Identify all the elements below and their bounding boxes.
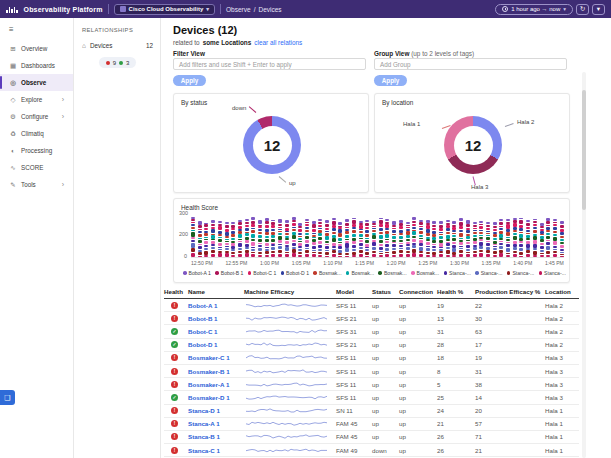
connection-cell: up bbox=[399, 315, 437, 322]
legend-item[interactable]: Bobot-B 1 bbox=[215, 270, 243, 276]
critical-health-icon: ! bbox=[171, 447, 178, 454]
legend-item[interactable]: Bosmak... bbox=[346, 270, 374, 276]
legend-item[interactable]: Bobot-D 1 bbox=[281, 270, 309, 276]
clear-relations-link[interactable]: clear all relations bbox=[254, 39, 302, 46]
feedback-button[interactable]: ❑ bbox=[0, 390, 15, 405]
stacked-bar bbox=[318, 219, 322, 257]
column-header[interactable]: Status bbox=[372, 288, 399, 295]
breadcrumb-section[interactable]: Observe bbox=[226, 6, 251, 13]
column-header[interactable]: Health % bbox=[437, 288, 475, 295]
health-pct-cell: 25 bbox=[437, 394, 475, 401]
group-placeholder: Add Group bbox=[380, 61, 410, 68]
healthy-dot-icon bbox=[119, 61, 123, 65]
sidebar-item-dashboards[interactable]: ▦Dashboards bbox=[0, 57, 73, 74]
connection-cell: up bbox=[399, 302, 437, 309]
table-header-row: HealthNameMachine EfficacyModelStatusCon… bbox=[164, 284, 579, 299]
column-header[interactable]: Machine Efficacy bbox=[244, 288, 336, 295]
group-input[interactable]: Add Group bbox=[374, 58, 567, 70]
device-name-link[interactable]: Bobot-C 1 bbox=[188, 328, 244, 335]
device-name-link[interactable]: Bosmaker-D 1 bbox=[188, 394, 244, 401]
health-pct-cell: 8 bbox=[437, 368, 475, 375]
legend-item[interactable]: Stanca-... bbox=[444, 270, 471, 276]
device-name-link[interactable]: Bosmaker-A 1 bbox=[188, 381, 244, 388]
related-prefix: related to bbox=[173, 39, 200, 46]
stacked-bar bbox=[439, 220, 443, 257]
column-header[interactable]: Production Efficacy % bbox=[475, 288, 545, 295]
legend-label: Stanca-... bbox=[481, 270, 503, 276]
connection-cell: up bbox=[399, 407, 437, 414]
stacked-bar bbox=[245, 219, 249, 257]
stacked-bar bbox=[452, 220, 456, 257]
legend-item[interactable]: Bobot-C 1 bbox=[248, 270, 276, 276]
table-row: !Stanca-A 1FAM 45upup2157Hala 1 bbox=[164, 418, 579, 431]
legend-item[interactable]: Stanca-... bbox=[507, 270, 534, 276]
sidebar-item-climatiq[interactable]: ♻Climatiq bbox=[0, 125, 73, 142]
stacked-bar bbox=[426, 219, 430, 257]
refresh-options-button[interactable]: ▾ bbox=[592, 4, 605, 15]
connection-cell: up bbox=[399, 341, 437, 348]
sidebar-item-explore[interactable]: ◇Explore› bbox=[0, 91, 73, 108]
column-header[interactable]: Health bbox=[164, 288, 188, 295]
device-name-link[interactable]: Stanca-C 1 bbox=[188, 447, 244, 454]
sidebar-item-label: SCORE bbox=[21, 164, 43, 171]
machine-efficacy-sparkline bbox=[244, 419, 330, 428]
legend-label: Bosmak... bbox=[417, 270, 440, 276]
tools-icon: ✎ bbox=[9, 181, 17, 189]
chevron-right-icon: › bbox=[62, 181, 64, 188]
refresh-button[interactable]: ↻ bbox=[576, 4, 589, 15]
legend-label: Bosmak... bbox=[319, 270, 342, 276]
sidebar-item-score[interactable]: ∿SCORE bbox=[0, 159, 73, 176]
stacked-bar bbox=[332, 217, 336, 257]
y-tick-300: 300 bbox=[179, 210, 188, 216]
legend-item[interactable]: Stanca-... bbox=[475, 270, 502, 276]
model-cell: SFS 11 bbox=[336, 381, 372, 388]
device-name-link[interactable]: Bobot-B 1 bbox=[188, 315, 244, 322]
status-cell: up bbox=[372, 394, 399, 401]
sidebar-item-tools[interactable]: ✎Tools› bbox=[0, 176, 73, 193]
workspace-switcher[interactable]: Cisco Cloud Observability ▾ bbox=[114, 4, 215, 15]
collapse-sidebar-icon[interactable]: ≡ bbox=[0, 23, 73, 40]
health-summary-badge[interactable]: 9 3 bbox=[99, 57, 137, 68]
stacked-bar bbox=[399, 219, 403, 257]
sidebar-item-configure[interactable]: ⚙Configure› bbox=[0, 108, 73, 125]
legend-item[interactable]: Bosmak... bbox=[378, 270, 406, 276]
device-name-link[interactable]: Stanca-A 1 bbox=[188, 420, 244, 427]
device-name-link[interactable]: Bosmaker-C 1 bbox=[188, 354, 244, 361]
column-header[interactable]: Connection bbox=[399, 288, 437, 295]
legend-dot-icon bbox=[475, 271, 479, 275]
sidebar-item-overview[interactable]: ⊞Overview bbox=[0, 40, 73, 57]
device-name-link[interactable]: Bobot-D 1 bbox=[188, 341, 244, 348]
status-cell: up bbox=[372, 368, 399, 375]
stacked-bar bbox=[231, 221, 235, 257]
processing-icon: ◐ bbox=[9, 147, 17, 154]
legend-item[interactable]: Stanca-... bbox=[539, 270, 566, 276]
group-apply-button[interactable]: Apply bbox=[374, 75, 407, 86]
machine-efficacy-sparkline bbox=[244, 393, 330, 402]
device-name-link[interactable]: Stanca-D 1 bbox=[188, 407, 244, 414]
relationships-item-devices[interactable]: ⌂ Devices 12 bbox=[82, 42, 153, 49]
column-header[interactable]: Model bbox=[336, 288, 372, 295]
production-efficacy-cell: 31 bbox=[475, 368, 545, 375]
time-range-picker[interactable]: 1 hour ago → now ▾ bbox=[495, 4, 573, 15]
stacked-bar bbox=[359, 220, 363, 257]
location-donut-chart: 12 bbox=[444, 116, 502, 174]
device-name-link[interactable]: Bosmaker-B 1 bbox=[188, 368, 244, 375]
legend-item[interactable]: Bosmak... bbox=[411, 270, 439, 276]
sidebar-item-observe[interactable]: ◎Observe bbox=[0, 74, 73, 91]
main-scrollbar[interactable] bbox=[582, 72, 586, 458]
filter-input[interactable]: Add filters and use Shift + Enter to app… bbox=[173, 58, 366, 70]
device-name-link[interactable]: Stanca-B 1 bbox=[188, 433, 244, 440]
y-tick-0: 0 bbox=[184, 253, 187, 259]
sidebar-item-processing[interactable]: ◐Processing bbox=[0, 142, 73, 159]
scrollbar-thumb[interactable] bbox=[582, 90, 586, 210]
legend-item[interactable]: Bosmak... bbox=[313, 270, 341, 276]
device-name-link[interactable]: Bobot-A 1 bbox=[188, 302, 244, 309]
filter-apply-button[interactable]: Apply bbox=[173, 75, 206, 86]
legend-item[interactable]: Bobot-A 1 bbox=[183, 270, 211, 276]
column-header[interactable]: Name bbox=[188, 288, 244, 295]
page-title: Devices (12) bbox=[173, 24, 237, 36]
sidebar-item-label: Configure bbox=[21, 113, 48, 120]
x-tick-label: 1:20 PM bbox=[387, 260, 406, 266]
legend-label: Bobot-D 1 bbox=[286, 270, 309, 276]
stacked-bar bbox=[238, 220, 242, 257]
